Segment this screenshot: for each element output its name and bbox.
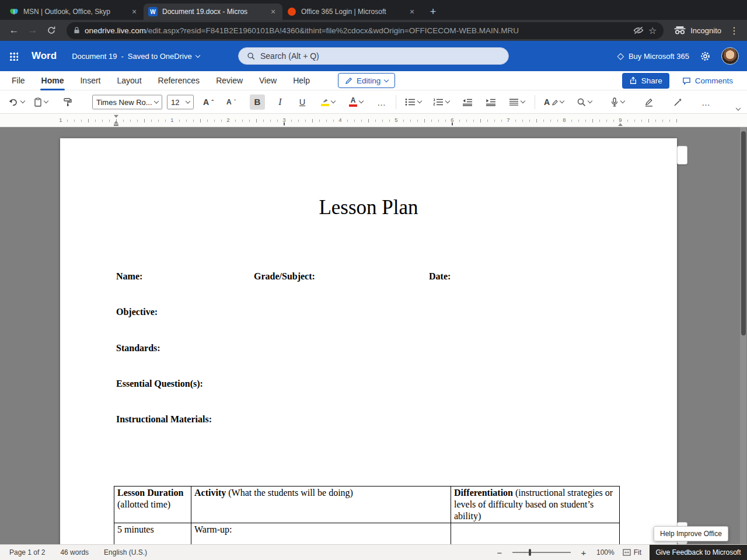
scrollbar-thumb[interactable] [741,131,746,335]
ribbon-collapse-chevron-icon[interactable] [736,108,740,110]
font-color-icon: A [349,97,357,107]
refresh-icon[interactable] [43,22,60,38]
vertical-scrollbar[interactable] [740,127,746,544]
tab-close-icon[interactable]: × [268,7,278,16]
editing-label: Editing [357,76,381,85]
url-omnibox[interactable]: onedrive.live.com/edit.aspx?resid=F841B2… [67,22,664,39]
editing-mode-dropdown[interactable]: Editing [338,73,395,88]
settings-gear-icon[interactable] [700,51,711,62]
menu-tab-view[interactable]: View [251,71,285,90]
give-feedback-button[interactable]: Give Feedback to Microsoft [650,545,747,560]
paste-clipboard-button[interactable] [34,97,48,107]
bookmark-star-icon[interactable]: ☆ [648,25,657,36]
word-favicon: W [148,7,158,16]
help-improve-office-tooltip: Help Improve Office [654,526,728,541]
document-title[interactable]: Document 19 [72,52,117,61]
app-name[interactable]: Word [32,50,57,62]
format-painter-icon[interactable] [63,97,72,107]
comments-button[interactable]: Comments [678,73,738,89]
side-panel-handle[interactable] [677,146,687,164]
menu-tab-home[interactable]: Home [33,71,72,90]
designer-wand-icon[interactable] [673,97,683,107]
menu-tab-insert[interactable]: Insert [72,71,109,90]
user-avatar[interactable] [721,47,739,65]
tab-stop-marker[interactable] [284,123,285,125]
right-indent-marker[interactable] [618,123,623,126]
bullet-list-button[interactable] [405,98,421,106]
decrease-indent-button[interactable] [462,98,473,106]
search-input[interactable] [260,51,500,61]
tab-close-icon[interactable]: × [130,7,139,16]
menu-tab-help[interactable]: Help [285,71,318,90]
title-separator: - [121,52,123,61]
search-bar[interactable] [238,47,509,65]
share-label: Share [641,76,662,85]
zoom-level[interactable]: 100% [596,548,615,556]
buy-microsoft-365-button[interactable]: ◇ Buy Microsoft 365 [617,51,689,61]
font-color-button[interactable]: A [349,97,363,107]
underline-button[interactable]: U [296,97,308,107]
tab-office-login[interactable]: Office 365 Login | Microsoft × [282,4,421,20]
incognito-label: Incognito [690,26,721,35]
editor-pen-icon[interactable] [644,97,654,107]
tab-stop-marker[interactable] [452,123,453,125]
italic-button[interactable]: I [274,97,286,107]
table-row: 5 minutes Warm-up: [114,523,620,545]
word-count[interactable]: 46 words [60,548,89,556]
tracking-protection-eye-icon[interactable] [633,26,644,34]
ruler-number: 2 [225,116,231,124]
ruler-number: 5 [393,116,399,124]
share-icon [629,76,637,85]
tab-msn[interactable]: MSN | Outlook, Office, Skyp × [5,4,144,20]
zoom-slider[interactable] [512,552,571,553]
styles-button[interactable]: A [544,97,564,107]
section-instructional-materials: Instructional Materials: [116,414,212,425]
hanging-indent-marker[interactable] [114,121,118,124]
menu-right-actions: Share Comments [622,73,747,89]
find-search-button[interactable] [577,97,592,107]
dictate-microphone-button[interactable] [610,97,624,107]
grow-font-button[interactable]: Aˆ [203,97,214,107]
increase-indent-button[interactable] [486,98,496,106]
font-size-select[interactable]: 12 [167,94,194,109]
shrink-font-button[interactable]: Aˇ [226,98,236,106]
font-name-select[interactable]: Times New Ro... [92,94,162,109]
browser-menu-kebab-icon[interactable]: ⋮ [727,25,741,36]
forward-icon[interactable]: → [25,22,41,38]
tab-close-icon[interactable]: × [407,7,417,16]
document-page[interactable]: Lesson Plan Name: Grade/Subject: Date: O… [60,138,677,544]
menu-tab-layout[interactable]: Layout [109,71,149,90]
section-standards: Standards: [116,343,160,354]
more-toolbar-options-icon[interactable]: … [701,97,711,107]
new-tab-button[interactable]: + [425,4,441,20]
menu-tab-references[interactable]: References [150,71,208,90]
zoom-out-icon[interactable]: − [495,548,504,558]
menu-tab-review[interactable]: Review [208,71,251,90]
bold-button[interactable]: B [250,94,265,110]
share-button[interactable]: Share [622,73,669,89]
fit-button[interactable]: Fit [623,548,641,556]
text-alignment-button[interactable] [509,98,525,106]
table-header-row: Lesson Duration (allotted time) Activity… [114,487,620,523]
save-status[interactable]: Saved to OneDrive [128,52,192,61]
first-line-indent-marker[interactable] [114,115,118,118]
tab-document[interactable]: W Document 19.docx - Micros × [144,4,282,20]
menu-tab-file[interactable]: File [4,71,33,90]
fields-row: Name: Grade/Subject: Date: [60,271,677,283]
numbered-list-button[interactable] [433,98,449,106]
highlight-color-button[interactable] [321,98,335,106]
browser-tab-strip: MSN | Outlook, Office, Skyp × W Document… [0,0,747,20]
app-launcher-waffle-icon[interactable] [0,41,27,71]
font-size-value: 12 [171,97,179,106]
header-cell-duration: Lesson Duration (allotted time) [114,487,191,523]
page-count[interactable]: Page 1 of 2 [9,548,45,556]
zoom-in-icon[interactable]: + [579,548,588,558]
undo-button[interactable] [8,97,25,107]
left-indent-marker[interactable] [114,124,118,127]
chevron-down-icon[interactable] [195,52,200,57]
back-icon[interactable]: ← [6,22,22,38]
language[interactable]: English (U.S.) [104,548,147,556]
more-font-options-icon[interactable]: … [377,97,386,107]
zoom-slider-thumb[interactable] [529,549,531,556]
fit-page-icon [623,549,631,556]
